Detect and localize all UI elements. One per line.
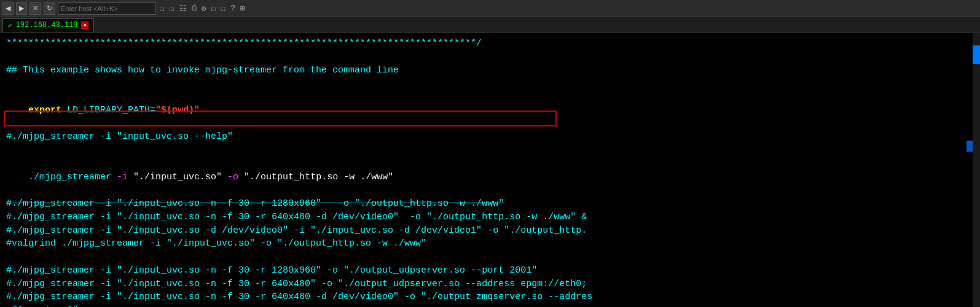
line-empty-4: [6, 251, 974, 264]
scrollbar-thumb[interactable]: [973, 45, 980, 64]
cmd-main: ./mjpg_streamer: [28, 172, 117, 182]
line-empty-3: [6, 144, 974, 157]
refresh-button[interactable]: ↻: [44, 2, 55, 15]
line-stars: ****************************************…: [6, 37, 974, 50]
line-udpserver-640: #./mjpg_streamer -i "./input_uvc.so -n -…: [6, 278, 974, 291]
line-640x480-bg: #./mjpg_streamer -i "./input_uvc.so -n -…: [6, 211, 974, 224]
line-comment: ## This example shows how to invoke mjpg…: [6, 64, 974, 77]
stop-button[interactable]: ✕: [29, 2, 41, 15]
settings-icon[interactable]: ⚙: [200, 4, 208, 14]
main-content: ****************************************…: [0, 33, 980, 307]
cmd-flag2: -o: [222, 172, 244, 182]
icon-3[interactable]: ☷: [178, 4, 188, 14]
cmd-arg2: "./output_http.so -w ./www": [244, 172, 393, 182]
line-export: export LD_LIBRARY_PATH="$(pwd)": [6, 90, 974, 130]
line-commented-1280: #./mjpg_streamer -i "./input_uvc.so -n -…: [6, 197, 974, 211]
tab-label: 192.168.43.119: [16, 21, 78, 29]
export-keyword: export: [28, 105, 67, 115]
line-dual-input: #./mjpg_streamer -i "./input_uvc.so -d /…: [6, 224, 974, 238]
export-var: LD_LIBRARY_PATH=: [67, 105, 155, 115]
icon-2[interactable]: ☐: [168, 4, 176, 14]
line-empty-2: [6, 77, 974, 90]
export-val: "$(pwd)": [155, 105, 200, 115]
line-active-command: ./mjpg_streamer -i "./input_uvc.so" -o "…: [6, 157, 974, 197]
icon-1[interactable]: ☐: [159, 4, 166, 14]
tab-check-icon: ✔: [8, 21, 12, 29]
scroll-indicator[interactable]: [966, 141, 973, 152]
toolbar: ◀ ▶ ✕ ↻ ☐ ☐ ☷ ⎙ ⚙ ☐ ☐ ? ⊞: [0, 0, 980, 17]
icon-4[interactable]: ☐: [210, 4, 217, 14]
line-uffer-size: uffer_size 2": [6, 304, 974, 307]
line-valgrind: #valgrind ./mjpg_streamer -i "./input_uv…: [6, 237, 974, 251]
line-zmqserver: #./mjpg_streamer -i "./input_uvc.so -n -…: [6, 290, 974, 304]
tabbar: ✔ 192.168.43.119 ×: [0, 17, 980, 33]
icon-6[interactable]: ⊞: [239, 4, 246, 14]
back-button[interactable]: ◀: [2, 2, 14, 15]
icon-5[interactable]: ☐: [219, 4, 227, 14]
cmd-flag1: -i: [117, 172, 133, 182]
tab-close-button[interactable]: ×: [81, 21, 88, 29]
forward-button[interactable]: ▶: [16, 2, 27, 15]
tab-192-168-43-119[interactable]: ✔ 192.168.43.119 ×: [2, 18, 94, 32]
line-help: #./mjpg_streamer -i "input_uvc.so --help…: [6, 130, 974, 144]
print-icon[interactable]: ⎙: [190, 4, 198, 13]
help-icon[interactable]: ?: [229, 4, 237, 13]
line-udpserver-1280: #./mjpg_streamer -i "./input_uvc.so -n -…: [6, 264, 974, 278]
scrollbar[interactable]: [973, 33, 980, 307]
line-empty-1: [6, 50, 974, 64]
cmd-arg1: "./input_uvc.so": [133, 172, 222, 182]
host-input[interactable]: [58, 2, 156, 15]
